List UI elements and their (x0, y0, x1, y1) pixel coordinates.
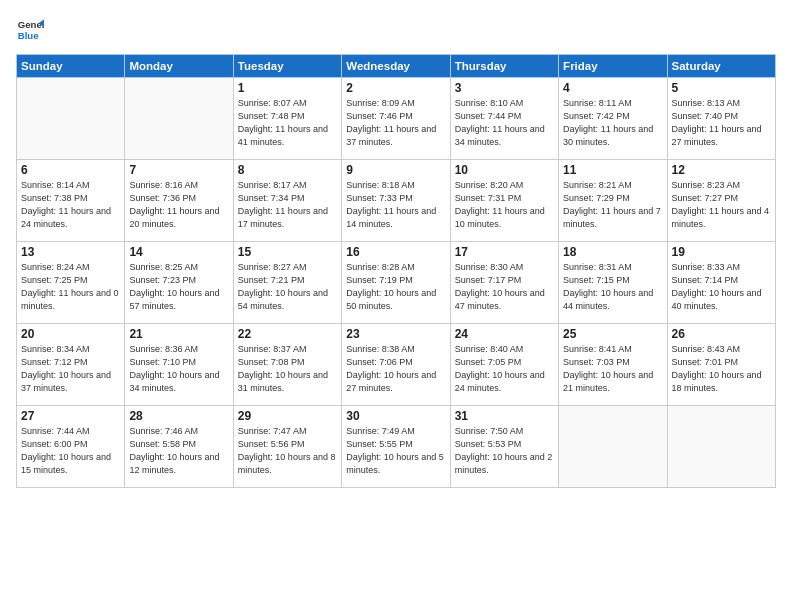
day-info: Sunrise: 8:27 AMSunset: 7:21 PMDaylight:… (238, 261, 337, 313)
calendar-week-row: 1Sunrise: 8:07 AMSunset: 7:48 PMDaylight… (17, 78, 776, 160)
calendar-cell (125, 78, 233, 160)
day-info: Sunrise: 8:25 AMSunset: 7:23 PMDaylight:… (129, 261, 228, 313)
day-info: Sunrise: 7:47 AMSunset: 5:56 PMDaylight:… (238, 425, 337, 477)
calendar-cell: 23Sunrise: 8:38 AMSunset: 7:06 PMDayligh… (342, 324, 450, 406)
day-number: 28 (129, 409, 228, 423)
day-number: 10 (455, 163, 554, 177)
calendar-cell (559, 406, 667, 488)
calendar-cell: 3Sunrise: 8:10 AMSunset: 7:44 PMDaylight… (450, 78, 558, 160)
day-number: 14 (129, 245, 228, 259)
day-info: Sunrise: 8:20 AMSunset: 7:31 PMDaylight:… (455, 179, 554, 231)
calendar-cell: 7Sunrise: 8:16 AMSunset: 7:36 PMDaylight… (125, 160, 233, 242)
calendar-cell: 25Sunrise: 8:41 AMSunset: 7:03 PMDayligh… (559, 324, 667, 406)
day-number: 19 (672, 245, 771, 259)
day-number: 29 (238, 409, 337, 423)
calendar-cell: 19Sunrise: 8:33 AMSunset: 7:14 PMDayligh… (667, 242, 775, 324)
day-number: 18 (563, 245, 662, 259)
calendar-cell (667, 406, 775, 488)
day-header-thursday: Thursday (450, 55, 558, 78)
calendar-cell: 20Sunrise: 8:34 AMSunset: 7:12 PMDayligh… (17, 324, 125, 406)
calendar-cell: 2Sunrise: 8:09 AMSunset: 7:46 PMDaylight… (342, 78, 450, 160)
day-info: Sunrise: 8:09 AMSunset: 7:46 PMDaylight:… (346, 97, 445, 149)
day-info: Sunrise: 8:07 AMSunset: 7:48 PMDaylight:… (238, 97, 337, 149)
calendar-cell: 27Sunrise: 7:44 AMSunset: 6:00 PMDayligh… (17, 406, 125, 488)
day-header-tuesday: Tuesday (233, 55, 341, 78)
day-number: 9 (346, 163, 445, 177)
calendar-cell: 5Sunrise: 8:13 AMSunset: 7:40 PMDaylight… (667, 78, 775, 160)
calendar-table: SundayMondayTuesdayWednesdayThursdayFrid… (16, 54, 776, 488)
day-header-friday: Friday (559, 55, 667, 78)
day-info: Sunrise: 8:31 AMSunset: 7:15 PMDaylight:… (563, 261, 662, 313)
calendar-cell: 29Sunrise: 7:47 AMSunset: 5:56 PMDayligh… (233, 406, 341, 488)
calendar-cell: 13Sunrise: 8:24 AMSunset: 7:25 PMDayligh… (17, 242, 125, 324)
day-number: 8 (238, 163, 337, 177)
day-number: 30 (346, 409, 445, 423)
day-header-saturday: Saturday (667, 55, 775, 78)
day-number: 16 (346, 245, 445, 259)
day-number: 11 (563, 163, 662, 177)
day-number: 6 (21, 163, 120, 177)
day-info: Sunrise: 8:28 AMSunset: 7:19 PMDaylight:… (346, 261, 445, 313)
calendar-week-row: 20Sunrise: 8:34 AMSunset: 7:12 PMDayligh… (17, 324, 776, 406)
day-info: Sunrise: 8:34 AMSunset: 7:12 PMDaylight:… (21, 343, 120, 395)
day-info: Sunrise: 8:37 AMSunset: 7:08 PMDaylight:… (238, 343, 337, 395)
calendar-cell: 14Sunrise: 8:25 AMSunset: 7:23 PMDayligh… (125, 242, 233, 324)
calendar-cell: 18Sunrise: 8:31 AMSunset: 7:15 PMDayligh… (559, 242, 667, 324)
day-number: 25 (563, 327, 662, 341)
calendar-cell: 22Sunrise: 8:37 AMSunset: 7:08 PMDayligh… (233, 324, 341, 406)
calendar-cell: 12Sunrise: 8:23 AMSunset: 7:27 PMDayligh… (667, 160, 775, 242)
day-number: 24 (455, 327, 554, 341)
calendar-cell: 1Sunrise: 8:07 AMSunset: 7:48 PMDaylight… (233, 78, 341, 160)
calendar-cell: 4Sunrise: 8:11 AMSunset: 7:42 PMDaylight… (559, 78, 667, 160)
calendar-cell: 24Sunrise: 8:40 AMSunset: 7:05 PMDayligh… (450, 324, 558, 406)
calendar-cell: 10Sunrise: 8:20 AMSunset: 7:31 PMDayligh… (450, 160, 558, 242)
day-number: 21 (129, 327, 228, 341)
calendar-cell: 6Sunrise: 8:14 AMSunset: 7:38 PMDaylight… (17, 160, 125, 242)
calendar-cell (17, 78, 125, 160)
logo-icon: General Blue (16, 16, 44, 44)
day-info: Sunrise: 8:11 AMSunset: 7:42 PMDaylight:… (563, 97, 662, 149)
day-number: 15 (238, 245, 337, 259)
day-info: Sunrise: 8:16 AMSunset: 7:36 PMDaylight:… (129, 179, 228, 231)
calendar-cell: 26Sunrise: 8:43 AMSunset: 7:01 PMDayligh… (667, 324, 775, 406)
calendar-cell: 16Sunrise: 8:28 AMSunset: 7:19 PMDayligh… (342, 242, 450, 324)
day-info: Sunrise: 8:24 AMSunset: 7:25 PMDaylight:… (21, 261, 120, 313)
day-info: Sunrise: 8:13 AMSunset: 7:40 PMDaylight:… (672, 97, 771, 149)
day-number: 7 (129, 163, 228, 177)
day-info: Sunrise: 8:36 AMSunset: 7:10 PMDaylight:… (129, 343, 228, 395)
day-number: 22 (238, 327, 337, 341)
day-number: 27 (21, 409, 120, 423)
logo: General Blue (16, 16, 44, 44)
day-number: 23 (346, 327, 445, 341)
calendar-cell: 8Sunrise: 8:17 AMSunset: 7:34 PMDaylight… (233, 160, 341, 242)
calendar-header-row: SundayMondayTuesdayWednesdayThursdayFrid… (17, 55, 776, 78)
day-info: Sunrise: 8:10 AMSunset: 7:44 PMDaylight:… (455, 97, 554, 149)
day-info: Sunrise: 8:43 AMSunset: 7:01 PMDaylight:… (672, 343, 771, 395)
day-number: 4 (563, 81, 662, 95)
day-header-sunday: Sunday (17, 55, 125, 78)
day-info: Sunrise: 8:40 AMSunset: 7:05 PMDaylight:… (455, 343, 554, 395)
day-info: Sunrise: 7:44 AMSunset: 6:00 PMDaylight:… (21, 425, 120, 477)
svg-text:General: General (18, 19, 44, 30)
day-info: Sunrise: 7:46 AMSunset: 5:58 PMDaylight:… (129, 425, 228, 477)
calendar-cell: 9Sunrise: 8:18 AMSunset: 7:33 PMDaylight… (342, 160, 450, 242)
calendar-cell: 11Sunrise: 8:21 AMSunset: 7:29 PMDayligh… (559, 160, 667, 242)
day-number: 2 (346, 81, 445, 95)
day-number: 12 (672, 163, 771, 177)
day-info: Sunrise: 8:41 AMSunset: 7:03 PMDaylight:… (563, 343, 662, 395)
day-header-wednesday: Wednesday (342, 55, 450, 78)
day-number: 5 (672, 81, 771, 95)
calendar-cell: 31Sunrise: 7:50 AMSunset: 5:53 PMDayligh… (450, 406, 558, 488)
day-number: 17 (455, 245, 554, 259)
day-info: Sunrise: 8:17 AMSunset: 7:34 PMDaylight:… (238, 179, 337, 231)
day-header-monday: Monday (125, 55, 233, 78)
calendar-week-row: 6Sunrise: 8:14 AMSunset: 7:38 PMDaylight… (17, 160, 776, 242)
day-info: Sunrise: 8:30 AMSunset: 7:17 PMDaylight:… (455, 261, 554, 313)
day-number: 26 (672, 327, 771, 341)
day-number: 13 (21, 245, 120, 259)
day-info: Sunrise: 8:33 AMSunset: 7:14 PMDaylight:… (672, 261, 771, 313)
calendar-cell: 21Sunrise: 8:36 AMSunset: 7:10 PMDayligh… (125, 324, 233, 406)
day-number: 3 (455, 81, 554, 95)
day-info: Sunrise: 7:49 AMSunset: 5:55 PMDaylight:… (346, 425, 445, 477)
day-number: 31 (455, 409, 554, 423)
